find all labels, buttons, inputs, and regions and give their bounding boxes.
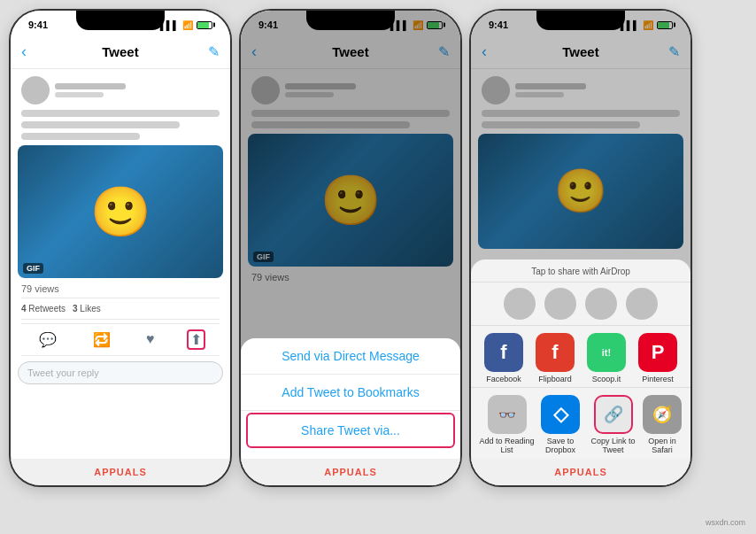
likes-stat: 3 Likes — [73, 304, 101, 313]
avatar-handle-blur — [55, 92, 104, 97]
dropbox-label: Save to Dropbox — [536, 437, 585, 454]
brand-bar-2: APPUALS — [241, 459, 460, 485]
send-dm-option[interactable]: Send via Direct Message — [241, 338, 460, 375]
airdrop-label: Tap to share with AirDrop — [471, 259, 690, 282]
reading-list-share[interactable]: 👓 Add to Reading List — [478, 395, 536, 454]
stats-row-1: 4 Retweets 3 Likes — [21, 302, 220, 315]
safari-icon: 🧭 — [643, 395, 682, 434]
time-1: 9:41 — [28, 19, 48, 30]
reading-list-icon: 👓 — [488, 395, 527, 434]
flipboard-share[interactable]: f Flipboard — [536, 333, 575, 383]
pinterest-icon: P — [638, 333, 677, 372]
brand-logo-3: APPUALS — [554, 467, 607, 477]
notch-1 — [76, 11, 165, 30]
watermark: wsxdn.com — [706, 518, 745, 527]
share-apps-row1: f Facebook f Flipboard it! Scoop.it P Pi… — [471, 326, 690, 388]
divider-1 — [21, 298, 220, 298]
gif-image-1: 🙂 GIF — [18, 145, 223, 278]
share-tweet-option[interactable]: Share Tweet via... — [246, 413, 455, 448]
phone-2: 9:41 ▌▌▌ 📶 ‹ Tweet ✎ — [239, 9, 462, 487]
avatar-name-blur — [55, 83, 126, 89]
tweet-content-1 — [11, 69, 230, 140]
retweet-action[interactable]: 🔁 — [89, 329, 114, 350]
copy-link-icon: 🔗 — [594, 395, 633, 434]
safari-label: Open in Safari — [641, 437, 683, 454]
airdrop-contact-3 — [585, 288, 617, 320]
scoopit-label: Scoop.it — [592, 375, 621, 383]
copy-link-share[interactable]: 🔗 Copy Link to Tweet — [585, 395, 641, 454]
compose-icon-1[interactable]: ✎ — [208, 43, 220, 60]
avatar-info-1 — [55, 83, 220, 97]
divider-2 — [21, 319, 220, 320]
facebook-label: Facebook — [486, 375, 521, 383]
avatar-row-1 — [21, 76, 220, 104]
copy-link-label: Copy Link to Tweet — [585, 437, 641, 454]
battery-icon — [197, 21, 212, 29]
content-line-1 — [21, 110, 220, 117]
reading-list-label: Add to Reading List — [478, 437, 536, 454]
share-action-highlighted[interactable]: ⬆ — [187, 329, 205, 350]
content-line-3 — [21, 133, 140, 140]
facebook-share[interactable]: f Facebook — [484, 333, 523, 383]
dropbox-icon: ◇ — [541, 395, 580, 434]
facebook-icon: f — [484, 333, 523, 372]
like-action[interactable]: ♥ — [143, 329, 158, 350]
nav-bar-1: ‹ Tweet ✎ — [11, 35, 230, 69]
airdrop-contact-4 — [626, 288, 658, 320]
brand-bar-3: APPUALS — [471, 459, 690, 485]
reply-placeholder-1: Tweet your reply — [27, 368, 99, 378]
phone-3: 9:41 ▌▌▌ 📶 ‹ Tweet ✎ — [469, 9, 692, 487]
content-line-2 — [21, 121, 180, 128]
retweets-stat: 4 Retweets — [21, 304, 66, 313]
scoopit-share[interactable]: it! Scoop.it — [587, 333, 626, 383]
airdrop-contact-1 — [504, 288, 536, 320]
flipboard-icon: f — [536, 333, 575, 372]
safari-share[interactable]: 🧭 Open in Safari — [641, 395, 683, 454]
reply-action[interactable]: 💬 — [35, 329, 60, 350]
scoopit-icon: it! — [587, 333, 626, 372]
share-sheet-3: Tap to share with AirDrop f Facebook f F… — [471, 259, 690, 485]
airdrop-avatars — [471, 282, 690, 326]
brand-logo-2: APPUALS — [324, 467, 377, 477]
phone-1: 9:41 ▌▌▌ 📶 ‹ Tweet ✎ — [9, 9, 232, 487]
back-button-1[interactable]: ‹ — [21, 43, 27, 61]
views-1: 79 views — [21, 283, 220, 294]
brand-logo-1: APPUALS — [94, 467, 147, 477]
share-apps-row2: 👓 Add to Reading List ◇ Save to Dropbox … — [471, 388, 690, 458]
pinterest-share[interactable]: P Pinterest — [638, 333, 677, 383]
status-icons-1: ▌▌▌ 📶 — [160, 20, 212, 30]
gif-label-1: GIF — [23, 263, 43, 274]
nav-title-1: Tweet — [102, 44, 138, 59]
dropbox-share[interactable]: ◇ Save to Dropbox — [536, 395, 585, 454]
wifi-icon: 📶 — [182, 20, 193, 30]
pinterest-label: Pinterest — [642, 375, 674, 383]
airdrop-contact-2 — [544, 288, 576, 320]
flipboard-label: Flipboard — [538, 375, 572, 383]
reply-input-1[interactable]: Tweet your reply — [18, 361, 223, 384]
avatar-1 — [21, 76, 50, 104]
brand-bar-1: APPUALS — [11, 459, 230, 485]
actions-row-1: 💬 🔁 ♥ ⬆ — [21, 323, 220, 356]
add-bookmark-option[interactable]: Add Tweet to Bookmarks — [241, 375, 460, 411]
